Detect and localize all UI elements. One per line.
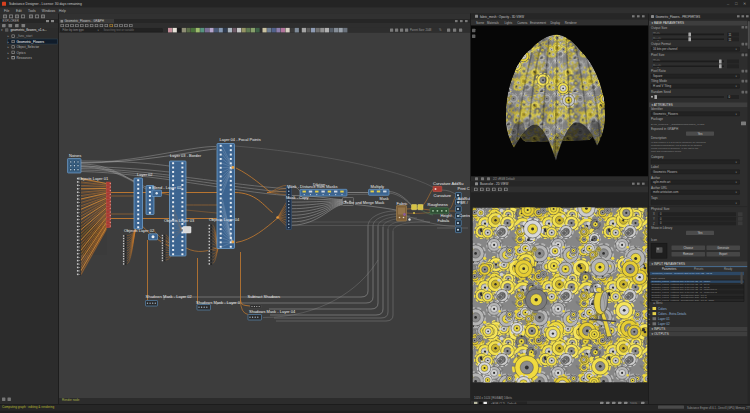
svg-text:Fabala: Fabala: [438, 219, 450, 223]
svg-text:Pixel Ratio: Pixel Ratio: [651, 69, 666, 73]
svg-text:Physical Size: Physical Size: [651, 207, 670, 211]
svg-text:▾ ATTRIBUTES: ▾ ATTRIBUTES: [652, 103, 673, 107]
svg-text:Colors - Extra Details: Colors - Extra Details: [658, 312, 687, 316]
svg-text:Author URL: Author URL: [651, 186, 667, 190]
svg-text:Parent Size: 2048: Parent Size: 2048: [410, 28, 432, 32]
svg-text:2/2 sRGB Default: 2/2 sRGB Default: [493, 177, 515, 181]
svg-text:Shadows Mask - Layer 02: Shadows Mask - Layer 02: [146, 294, 193, 299]
svg-text:Curvature: Curvature: [434, 193, 452, 198]
svg-text:Contro: Contro: [459, 213, 472, 218]
svg-text:Presets: Presets: [694, 267, 704, 271]
svg-text:Label: Label: [651, 165, 659, 169]
svg-text:Geometric_Flowers: Geometric_Flowers: [653, 112, 679, 116]
svg-text:Shadows Mask - Layer 0: Shadows Mask - Layer 0: [196, 300, 241, 305]
svg-text:Layer 01: Layer 01: [658, 317, 670, 321]
svg-text:Remove: Remove: [683, 252, 694, 256]
svg-text:Filter by item type: Filter by item type: [63, 28, 85, 32]
svg-text:Multiply: Multiply: [371, 184, 385, 189]
svg-text:Computing graph : editing & re: Computing graph : editing & rendering: [2, 405, 55, 409]
svg-text:Fabric: Fabric: [397, 201, 408, 206]
svg-text:mehr.artstation.com: mehr.artstation.com: [653, 190, 679, 194]
svg-text:Objects Layer 04: Objects Layer 04: [209, 217, 240, 222]
svg-text:Object_Selector: Object_Selector: [17, 45, 41, 49]
svg-text:Blend - Layer 02: Blend - Layer 02: [152, 185, 182, 190]
svg-text:11: 11: [729, 38, 732, 42]
svg-text:aylin.mehr.art: aylin.mehr.art: [653, 180, 671, 184]
svg-text:Ready: Ready: [724, 267, 733, 271]
svg-text:Show in Library: Show in Library: [651, 226, 673, 230]
svg-text:▾ OUTPUTS: ▾ OUTPUTS: [652, 332, 669, 336]
svg-text:Yes: Yes: [698, 132, 703, 136]
svg-text:Scene: Scene: [476, 21, 485, 25]
svg-text:D:/01_Mehr/PS..._Substancepark: D:/01_Mehr/PS..._Substancepark/flower_v1…: [651, 123, 705, 126]
svg-text:Camera: Camera: [517, 21, 528, 25]
svg-text:Help: Help: [59, 9, 66, 13]
svg-text:Package: Package: [651, 117, 663, 121]
svg-text:H and V Tiling: H and V Tiling: [653, 84, 671, 88]
svg-text:Y: Y: [653, 217, 655, 221]
svg-text:Geometric_Flowers - GRAPH: Geometric_Flowers - GRAPH: [65, 19, 104, 23]
svg-text:Square: Square: [653, 74, 663, 78]
svg-text:Substance Engine v8.6.1 - Dire: Substance Engine v8.6.1 - DirectX (GPU) …: [687, 406, 750, 410]
svg-text:Choose: Choose: [683, 246, 693, 250]
svg-text:File: File: [4, 9, 9, 13]
svg-text:front and combination colors.: front and combination colors.: [651, 150, 682, 153]
svg-text:Mask - Copy: Mask - Copy: [286, 195, 308, 200]
svg-text:Yes: Yes: [698, 231, 703, 235]
svg-text:Subtract Shadows: Subtract Shadows: [248, 294, 280, 299]
svg-text:Substance Designer - License: Substance Designer - License: 30 days re…: [9, 2, 82, 6]
svg-text:Parameters: Parameters: [662, 267, 677, 271]
svg-text:Geometric Flowers: Geometric Flowers: [653, 170, 678, 174]
svg-text:Searching text or variable: Searching text or variable: [104, 28, 135, 32]
svg-text:Edit: Edit: [16, 9, 22, 13]
svg-text:▾ INPUT PARAMETERS: ▾ INPUT PARAMETERS: [652, 262, 686, 266]
svg-text:Output Size: Output Size: [651, 26, 667, 30]
svg-text:Tools: Tools: [28, 9, 36, 13]
svg-text:Create and Merge Mask: Create and Merge Mask: [343, 200, 385, 205]
svg-text:Exposed in GRAPH: Exposed in GRAPH: [651, 127, 678, 131]
svg-text:Layer 04 - Focal Points: Layer 04 - Focal Points: [220, 137, 261, 142]
svg-text:_func_start: _func_start: [16, 34, 33, 38]
svg-text:Geometric_Flowers: Geometric_Flowers: [17, 40, 45, 44]
svg-text:geometric_flowers_v1.s...: geometric_flowers_v1.s...: [11, 28, 47, 32]
svg-text:Lights: Lights: [505, 21, 513, 25]
svg-text:Renderer: Renderer: [565, 21, 577, 25]
svg-text:Objects Layer 03: Objects Layer 03: [164, 218, 195, 223]
svg-text:Resources: Resources: [17, 56, 33, 60]
svg-text:Display: Display: [551, 21, 561, 25]
svg-text:Tiling Mode: Tiling Mode: [651, 79, 667, 83]
svg-text:Geometric_Flowers - PROPERTIES: Geometric_Flowers - PROPERTIES: [656, 15, 701, 19]
svg-text:Pixel Size: Pixel Size: [651, 53, 665, 57]
svg-text:Noises: Noises: [69, 153, 81, 158]
svg-text:Optics: Optics: [17, 51, 26, 55]
svg-text:X: X: [653, 212, 655, 216]
svg-text:Author: Author: [651, 176, 660, 180]
svg-text:Objects Layer 01: Objects Layer 01: [78, 176, 109, 181]
svg-text:Roughness: Roughness: [428, 202, 448, 207]
svg-text:Print C: Print C: [458, 186, 470, 191]
svg-text:Output Format: Output Format: [651, 42, 671, 46]
svg-text:Height: Height: [441, 214, 453, 218]
svg-text:Objects Layer 02: Objects Layer 02: [124, 228, 155, 233]
svg-text:Category: Category: [651, 155, 664, 159]
svg-text:PBR /: PBR /: [458, 201, 469, 205]
svg-text:Render node: Render node: [62, 398, 80, 402]
svg-text:Icon: Icon: [651, 238, 657, 242]
svg-text:▾ INPUTS: ▾ INPUTS: [652, 327, 666, 331]
svg-text:Shadows Mask - Layer 04: Shadows Mask - Layer 04: [249, 309, 296, 314]
svg-text:Basecolor - 2D VIEW: Basecolor - 2D VIEW: [480, 182, 509, 186]
svg-text:⊕ Menu: ⊕ Menu: [653, 301, 663, 305]
svg-text:Dilation: Dilation: [313, 183, 325, 187]
svg-text:Layer 02: Layer 02: [658, 322, 670, 326]
svg-text:Colors: Colors: [658, 307, 667, 311]
svg-text:Materials: Materials: [487, 21, 499, 25]
svg-text:fabric_mesh : Opacity - 3D VIE: fabric_mesh : Opacity - 3D VIEW: [480, 15, 524, 19]
svg-text:Environment: Environment: [530, 21, 546, 25]
svg-text:Generate: Generate: [717, 246, 729, 250]
svg-text:Layer 02: Layer 02: [137, 172, 153, 177]
svg-text:✕: ✕: [743, 1, 746, 6]
svg-text:16 bits per channel: 16 bits per channel: [653, 47, 678, 51]
svg-text:Tags: Tags: [651, 196, 658, 200]
svg-text:Identifier: Identifier: [651, 107, 663, 111]
svg-text:1024 x 1024 [RGBA8] 16bits: 1024 x 1024 [RGBA8] 16bits: [474, 396, 513, 400]
